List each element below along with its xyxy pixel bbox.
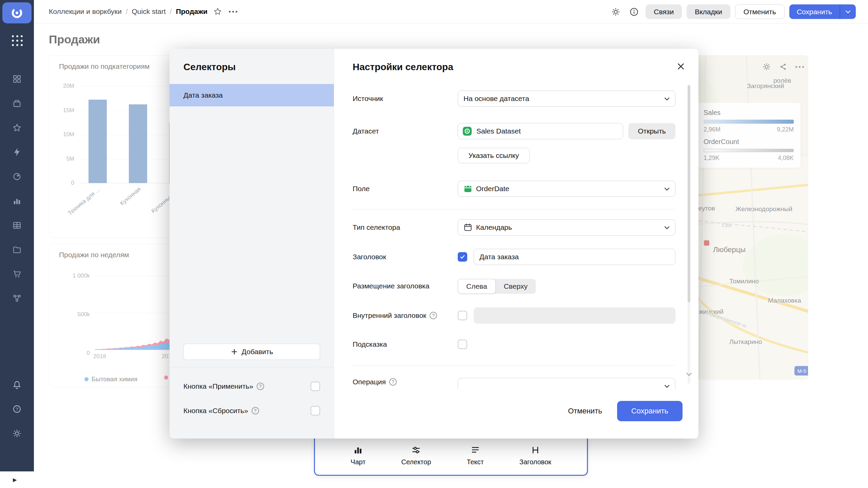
toolbar-item-heading[interactable]: Заголовок [519, 445, 551, 466]
sidebar-item-help[interactable]: ? [12, 404, 22, 414]
toolbar-item-label: Текст [467, 458, 484, 466]
inner-title-checkbox[interactable] [458, 311, 467, 320]
apply-button-checkbox[interactable] [311, 382, 320, 391]
help-icon[interactable]: ? [389, 378, 397, 386]
sliders-icon [411, 445, 421, 455]
header-actions: Связи Вкладки Отменить Сохранить [609, 4, 856, 19]
help-icon[interactable]: ? [430, 312, 437, 319]
hint-checkbox[interactable] [458, 340, 467, 349]
sidebar-item-collections[interactable] [12, 99, 22, 108]
breadcrumb-collections[interactable]: Коллекции и воркбуки [49, 7, 122, 16]
sidebar-item-folders[interactable] [12, 245, 22, 255]
reset-button-checkbox[interactable] [311, 406, 320, 415]
table-icon [12, 221, 22, 230]
toolbar-item-selector[interactable]: Селектор [401, 445, 431, 466]
plus-icon [231, 348, 238, 355]
more-button[interactable] [226, 5, 240, 18]
dataset-field[interactable]: Sales Dataset [458, 123, 623, 139]
dialog-title: Настройки селектора [353, 62, 453, 73]
inner-title-label: Внутренний заголовок ? [353, 311, 437, 320]
save-button[interactable]: Сохранить [789, 4, 840, 19]
operation-select[interactable] [458, 378, 675, 389]
selector-settings-panel: Настройки селектора Источник На основе д… [334, 49, 698, 439]
cancel-edit-button[interactable]: Отменить [735, 4, 785, 19]
favorite-star-button[interactable] [211, 5, 224, 18]
placement-option-top[interactable]: Сверху [496, 279, 536, 294]
specify-link-button[interactable]: Указать ссылку [458, 148, 530, 163]
divider [170, 367, 334, 367]
play-icon: ▶ [13, 477, 17, 483]
breadcrumb-current: Продажи [176, 7, 208, 16]
date-field-icon [463, 184, 472, 193]
selector-list-item-label: Дата заказа [183, 91, 223, 99]
hint-label: Подсказка [353, 340, 387, 349]
source-select[interactable]: На основе датасета [458, 90, 675, 107]
field-label: Поле [353, 184, 370, 194]
sidebar-item-notifications[interactable] [12, 380, 22, 389]
dialog-save-button[interactable]: Сохранить [617, 401, 683, 421]
sidebar-item-functions[interactable] [12, 147, 22, 157]
sidebar-item-tables[interactable] [12, 221, 22, 230]
help-icon[interactable]: ? [257, 383, 264, 390]
sidebar-item-flows[interactable] [12, 293, 22, 303]
breadcrumb: Коллекции и воркбуки / Quick start / Про… [49, 5, 240, 18]
placement-label: Размещение заголовка [353, 281, 429, 291]
selector-list-item[interactable]: Дата заказа [170, 84, 334, 106]
lens-icon [12, 172, 22, 181]
sidebar-item-favorites[interactable] [12, 123, 22, 133]
heading-icon [530, 445, 540, 455]
cart-icon [12, 269, 22, 279]
toolbar-item-text[interactable]: Текст [467, 445, 484, 466]
open-dataset-button[interactable]: Открыть [628, 123, 675, 139]
breadcrumb-workbook[interactable]: Quick start [132, 7, 165, 16]
settings-button[interactable] [609, 5, 623, 19]
scrollbar-thumb[interactable] [688, 85, 690, 302]
tabs-button[interactable]: Вкладки [687, 4, 730, 19]
help-icon[interactable]: ? [252, 407, 259, 414]
dataset-name: Sales Dataset [476, 127, 521, 135]
datalens-logo[interactable] [2, 2, 32, 23]
toolbar-item-label: Селектор [401, 458, 431, 466]
toolbar-item-chart[interactable]: Чарт [351, 445, 366, 466]
gear-icon [611, 7, 620, 17]
selectors-dialog: Селекторы Дата заказа Добавить Кнопка «П… [170, 49, 698, 439]
dataset-label: Датасет [353, 126, 379, 136]
field-select[interactable]: OrderDate [458, 181, 675, 197]
reset-button-row: Кнопка «Сбросить» ? [183, 403, 320, 418]
placement-option-left[interactable]: Слева [458, 279, 496, 294]
info-button[interactable] [627, 5, 641, 19]
inner-title-input [479, 311, 670, 320]
sidebar-item-settings[interactable] [12, 429, 22, 438]
add-selector-button[interactable]: Добавить [183, 344, 320, 360]
datalens-logo-icon [10, 6, 24, 20]
apply-button-row: Кнопка «Применить» ? [183, 379, 320, 394]
chevron-down-icon [664, 97, 670, 101]
title-input-wrap [474, 249, 675, 265]
dashboard-edit-page: ? ▶ Коллекции и воркбуки / Quick start /… [0, 0, 868, 488]
star-icon [12, 123, 22, 133]
sidebar-item-widgets[interactable] [12, 74, 22, 84]
title-input[interactable] [479, 253, 670, 261]
save-menu-button[interactable] [840, 4, 856, 19]
connections-button[interactable]: Связи [646, 4, 682, 19]
breadcrumb-separator: / [126, 7, 128, 16]
sidebar-item-charts[interactable] [12, 196, 22, 206]
apps-grid-icon[interactable] [12, 35, 23, 46]
bell-icon [12, 380, 22, 389]
chart-icon [353, 445, 363, 455]
sidebar-item-marketplace[interactable] [12, 269, 22, 279]
sidebar-expand[interactable]: ▶ [0, 471, 34, 488]
reset-button-label: Кнопка «Сбросить» [183, 407, 248, 415]
divider [353, 365, 675, 366]
sidebar-item-lens[interactable] [12, 172, 22, 181]
selector-type-select[interactable]: Календарь [458, 219, 675, 236]
help-icon: ? [12, 404, 22, 414]
chart-icon [12, 196, 22, 206]
chevron-down-icon [664, 226, 670, 229]
flow-icon [12, 293, 22, 303]
scroll-down-arrow-icon[interactable] [686, 371, 692, 378]
dialog-cancel-button[interactable]: Отменить [559, 401, 611, 421]
text-lines-icon [470, 445, 480, 455]
title-checkbox[interactable] [458, 252, 467, 262]
close-button[interactable] [675, 60, 687, 73]
